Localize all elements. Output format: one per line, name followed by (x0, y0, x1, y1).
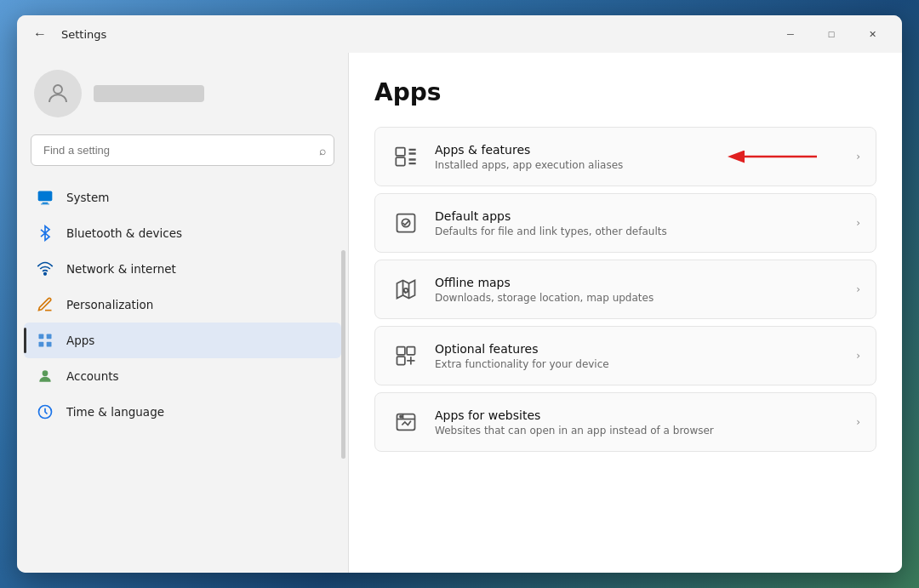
apps-features-left: Apps & features Installed apps, app exec… (391, 141, 623, 172)
svg-rect-2 (43, 203, 49, 204)
sidebar-item-network[interactable]: Network & internet (24, 251, 341, 287)
optional-features-subtitle: Extra functionality for your device (435, 358, 609, 370)
svg-rect-1 (38, 191, 53, 202)
offline-maps-chevron: › (856, 283, 860, 295)
apps-features-chevron: › (856, 151, 860, 163)
svg-marker-21 (397, 281, 415, 299)
offline-maps-icon (391, 274, 421, 305)
avatar (34, 70, 82, 117)
apps-websites-icon (391, 407, 421, 437)
optional-features-left: Optional features Extra functionality fo… (391, 340, 609, 371)
user-section (17, 61, 348, 134)
optional-features-title: Optional features (435, 342, 609, 356)
default-apps-icon (391, 208, 421, 238)
content: ⌕ System (17, 53, 902, 573)
optional-features-icon (391, 340, 421, 371)
settings-list: Apps & features Installed apps, app exec… (374, 127, 876, 452)
titlebar-title: Settings (61, 28, 106, 41)
svg-point-0 (54, 85, 62, 94)
svg-point-9 (43, 370, 49, 376)
sidebar-item-bluetooth-label: Bluetooth & devices (66, 226, 182, 240)
sidebar-item-time[interactable]: Time & language (24, 394, 341, 430)
optional-features-chevron: › (856, 350, 860, 362)
apps-websites-left: Apps for websites Websites that can open… (391, 407, 714, 437)
offline-maps-subtitle: Downloads, storage location, map updates (435, 292, 654, 304)
default-apps-title: Default apps (435, 209, 667, 223)
search-input[interactable] (31, 134, 334, 166)
sidebar-item-apps-label: Apps (66, 334, 94, 347)
optional-features-card[interactable]: Optional features Extra functionality fo… (374, 326, 876, 385)
settings-window: ← Settings ─ □ ✕ (17, 15, 902, 573)
apps-websites-chevron: › (856, 416, 860, 428)
apps-websites-card[interactable]: Apps for websites Websites that can open… (374, 392, 876, 452)
default-apps-card[interactable]: Default apps Defaults for file and link … (374, 193, 876, 253)
apps-features-container: Apps & features Installed apps, app exec… (374, 127, 876, 186)
back-button[interactable]: ← (27, 21, 53, 47)
svg-point-31 (400, 415, 402, 417)
sidebar-item-network-label: Network & internet (66, 262, 176, 276)
apps-features-title: Apps & features (435, 143, 623, 157)
svg-rect-3 (41, 204, 49, 205)
svg-rect-7 (39, 342, 44, 347)
offline-maps-text: Offline maps Downloads, storage location… (435, 276, 654, 304)
maximize-button[interactable]: □ (812, 20, 851, 48)
sidebar-item-accounts[interactable]: Accounts (24, 358, 341, 394)
sidebar-item-system[interactable]: System (24, 180, 341, 215)
sidebar-scrollbar[interactable] (341, 250, 345, 458)
titlebar-left: ← Settings (27, 21, 106, 47)
svg-rect-11 (396, 148, 405, 156)
apps-features-card[interactable]: Apps & features Installed apps, app exec… (374, 127, 876, 186)
svg-point-24 (404, 288, 408, 293)
svg-rect-25 (397, 347, 405, 355)
sidebar-item-bluetooth[interactable]: Bluetooth & devices (24, 215, 341, 251)
window-controls: ─ □ ✕ (771, 20, 892, 48)
main-content: Apps (349, 53, 902, 573)
apps-features-subtitle: Installed apps, app execution aliases (435, 159, 623, 171)
sidebar-item-accounts-label: Accounts (66, 369, 119, 383)
optional-features-text: Optional features Extra functionality fo… (435, 342, 609, 370)
default-apps-text: Default apps Defaults for file and link … (435, 209, 667, 237)
accounts-icon (36, 367, 54, 385)
apps-websites-subtitle: Websites that can open in an app instead… (435, 425, 714, 437)
user-name (94, 85, 204, 102)
system-icon (36, 188, 54, 207)
svg-rect-8 (47, 342, 52, 347)
sidebar-item-time-label: Time & language (66, 405, 164, 419)
nav-list: System Bluetooth & devices (17, 180, 348, 573)
apps-icon (36, 331, 54, 350)
close-button[interactable]: ✕ (853, 20, 892, 48)
apps-websites-title: Apps for websites (435, 408, 714, 422)
apps-features-icon (391, 141, 421, 172)
apps-websites-text: Apps for websites Websites that can open… (435, 408, 714, 437)
apps-features-text: Apps & features Installed apps, app exec… (435, 143, 623, 171)
svg-rect-5 (39, 334, 44, 340)
network-icon (36, 260, 54, 278)
offline-maps-title: Offline maps (435, 276, 654, 289)
sidebar-item-apps[interactable]: Apps (24, 323, 341, 358)
default-apps-left: Default apps Defaults for file and link … (391, 208, 667, 238)
svg-rect-26 (407, 347, 414, 355)
time-icon (36, 402, 54, 421)
minimize-button[interactable]: ─ (771, 20, 810, 48)
svg-rect-27 (397, 357, 405, 364)
bluetooth-icon (36, 224, 54, 243)
svg-rect-12 (396, 157, 405, 165)
offline-maps-card[interactable]: Offline maps Downloads, storage location… (374, 260, 876, 319)
svg-point-4 (44, 273, 47, 276)
default-apps-chevron: › (856, 217, 860, 229)
offline-maps-left: Offline maps Downloads, storage location… (391, 274, 654, 305)
page-title: Apps (374, 78, 876, 106)
personalization-icon (36, 295, 54, 314)
sidebar-item-system-label: System (66, 191, 109, 204)
titlebar: ← Settings ─ □ ✕ (17, 15, 902, 53)
sidebar-item-personalization-label: Personalization (66, 298, 153, 311)
sidebar-item-personalization[interactable]: Personalization (24, 287, 341, 323)
default-apps-subtitle: Defaults for file and link types, other … (435, 225, 667, 237)
svg-rect-6 (47, 334, 52, 340)
sidebar: ⌕ System (17, 53, 349, 573)
search-box: ⌕ (31, 134, 334, 166)
